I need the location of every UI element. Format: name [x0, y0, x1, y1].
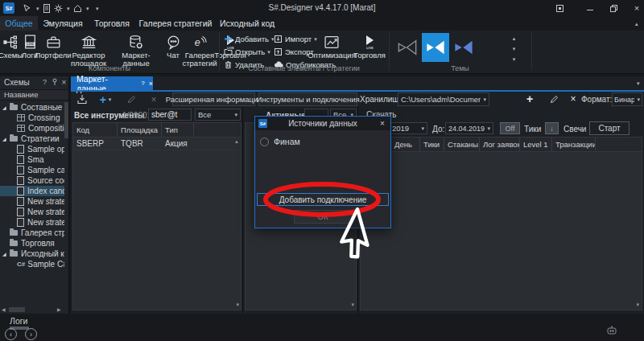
market-data-pane: Скачать 2019▾ До: 24.04.2019▾ Off Тики ↓… — [358, 107, 644, 314]
date-to-picker[interactable]: 24.04.2019▾ — [445, 122, 493, 134]
tree-item[interactable]: New strategy — [0, 207, 64, 217]
tree-item-folder[interactable]: ◢Стратегии — [0, 134, 64, 144]
tab-source-code[interactable]: Исходный код — [215, 16, 279, 31]
file-icon — [17, 155, 24, 164]
theme-option-dark[interactable] — [394, 33, 420, 62]
start-button[interactable]: Старт — [589, 121, 630, 135]
add-button[interactable]: + ▾ — [93, 93, 118, 105]
bank-icon — [81, 32, 97, 51]
tree-item[interactable]: Source code — [0, 175, 64, 186]
ribbon-button-schemes[interactable]: Схемы — [1, 32, 20, 60]
ribbon-button-live-trading-2[interactable]: LIVE Торговля — [353, 32, 386, 60]
ribbon-button-gallery[interactable]: e Галерея стратегий — [184, 32, 216, 68]
ribbon-button-open[interactable]: Открыть▾ — [224, 47, 270, 57]
tree-item[interactable]: New strategy — [0, 217, 64, 228]
tab-strategy-gallery[interactable]: Галерея стратегий — [136, 16, 215, 31]
tree-item[interactable]: Sample optio — [0, 144, 64, 154]
delete-x-icon[interactable]: × — [147, 93, 161, 105]
tree-item-folder[interactable]: ◢Исходный код — [0, 249, 64, 259]
export-tray-icon[interactable] — [74, 93, 90, 105]
tree-item-selected[interactable]: Index candle — [0, 186, 64, 196]
off-toggle-button[interactable]: Off — [500, 122, 520, 134]
column-chooser-icon[interactable]: ▾ — [636, 302, 639, 308]
scroll-right-icon[interactable]: ▶ — [57, 306, 61, 312]
themes-scroll-up-icon[interactable]: ▴ — [507, 34, 518, 43]
tab-close-icon[interactable]: × — [149, 80, 153, 88]
close-button[interactable]: × — [631, 3, 642, 13]
tree-vertical-scrollbar[interactable] — [64, 102, 68, 271]
minimize-button[interactable] — [584, 3, 596, 13]
column-chooser-icon[interactable]: ▾ — [236, 302, 239, 308]
nav-forward-icon[interactable]: › — [25, 328, 37, 340]
help-icon[interactable]: ? — [40, 77, 49, 87]
advanced-info-button[interactable]: Расширенная информация — [172, 92, 255, 106]
tree-item[interactable]: C#Sample C# c — [0, 259, 64, 269]
tools-connections-button[interactable]: Инструменты и подключения — [258, 92, 357, 106]
market-table-header[interactable]: День Тики Стаканы Лог заявок Level 1 Тра… — [361, 138, 642, 152]
table-row[interactable]: SBERP TQBR Акция — [73, 138, 241, 150]
tab-general[interactable]: Общее — [0, 16, 38, 31]
tab-emulation[interactable]: Эмуляция — [38, 16, 88, 31]
ribbon-button-add[interactable]: Добавить▾ — [224, 34, 275, 44]
themes-scroll-down-icon[interactable]: ▾ — [507, 44, 518, 53]
logs-panel-title[interactable]: Логи — [10, 316, 27, 326]
ribbon-button-portfolios[interactable]: Портфели — [39, 32, 67, 60]
dialog-title-bar[interactable]: S# Источники данных × — [255, 117, 390, 130]
format-combobox[interactable]: Бинарный▾ — [612, 92, 642, 106]
ribbon-button-market-data[interactable]: Маркет-данные — [109, 32, 163, 68]
instrument-search-input[interactable] — [148, 109, 192, 121]
nav-back-icon[interactable]: ‹ — [5, 328, 17, 340]
instrument-type-filter[interactable]: Все▾ — [195, 109, 241, 121]
storage-edit-icon[interactable] — [544, 92, 564, 105]
dock-window-icon[interactable] — [554, 3, 565, 13]
scroll-up-icon[interactable]: ▲ — [234, 139, 239, 144]
themes-gallery-expand-icon[interactable]: ▾ — [507, 55, 518, 64]
storage-combobox[interactable]: C:\Users\adm\Documents\StockSharp\Desig▾ — [398, 92, 489, 106]
instruments-table-header[interactable]: Код Площадка Тип — [73, 123, 241, 138]
tab-help-icon[interactable]: ? — [141, 80, 144, 87]
composite-icon — [17, 114, 25, 121]
tree-item[interactable]: Composition — [0, 123, 64, 134]
ribbon: Схемы LOG Логи Портфели Редактор площадо… — [0, 31, 644, 74]
tree-horizontal-scrollbar[interactable]: ◀ ▶ — [0, 306, 64, 313]
tree-column-header[interactable]: Название — [0, 89, 68, 101]
ok-button[interactable]: ОК — [294, 210, 352, 224]
arrow-down-button[interactable]: ↓ — [545, 122, 559, 134]
tree-item-folder[interactable]: ◢Составные элем — [0, 102, 64, 113]
add-connection-button[interactable]: Добавить подключение — [257, 193, 389, 206]
pin-icon[interactable] — [50, 77, 59, 87]
storage-delete-icon[interactable]: × — [565, 92, 581, 105]
tree-item[interactable]: Sample cand — [0, 165, 64, 175]
ribbon-button-import[interactable]: Импорт▾ — [274, 34, 317, 44]
edit-pencil-icon[interactable] — [124, 93, 138, 105]
document-tab-market-data[interactable]: Маркет-данные ? × — [71, 76, 153, 90]
column-chooser-icon[interactable]: ▾ — [351, 302, 354, 308]
tree-item[interactable]: Sma — [0, 154, 64, 165]
schemes-panel: Схемы ? × Название ◢Составные элем Cross… — [0, 76, 69, 314]
theme-option-selected[interactable] — [422, 33, 449, 62]
expander-icon[interactable]: ◢ — [2, 136, 10, 142]
ribbon-collapse-icon[interactable]: ▴ — [635, 21, 638, 27]
dialog-close-icon[interactable]: × — [378, 118, 387, 128]
theme-option-blue[interactable] — [451, 33, 477, 62]
expander-icon[interactable]: ◢ — [2, 251, 10, 257]
ribbon-button-board-editor[interactable]: Редактор площадок — [68, 32, 109, 68]
tree-item[interactable]: Crossing — [0, 113, 64, 123]
column-header: Level 1 — [520, 138, 552, 151]
ribbon-button-optimization[interactable]: Оптимизация — [312, 32, 351, 60]
data-source-item-finam[interactable]: Финам — [260, 136, 300, 147]
tree-item[interactable]: New strategy — [0, 196, 64, 207]
download-button[interactable]: Скачать — [360, 108, 642, 121]
tab-trading[interactable]: Торговля — [88, 16, 136, 31]
storage-add-button[interactable]: + — [518, 92, 541, 105]
scroll-left-icon[interactable]: ◀ — [2, 306, 6, 312]
restore-button[interactable] — [608, 3, 619, 13]
tree-item-folder[interactable]: Торговля — [0, 238, 64, 249]
expander-icon[interactable]: ◢ — [2, 105, 10, 110]
tabstrip-overflow-icon[interactable]: ▾ — [637, 80, 640, 86]
tree-item-folder[interactable]: Галерея страте — [0, 228, 64, 238]
ribbon-button-chat[interactable]: Чат — [163, 32, 184, 60]
close-panel-icon[interactable]: × — [60, 77, 68, 87]
theme-selected-icon — [425, 39, 446, 56]
bot-icon[interactable] — [605, 325, 618, 336]
